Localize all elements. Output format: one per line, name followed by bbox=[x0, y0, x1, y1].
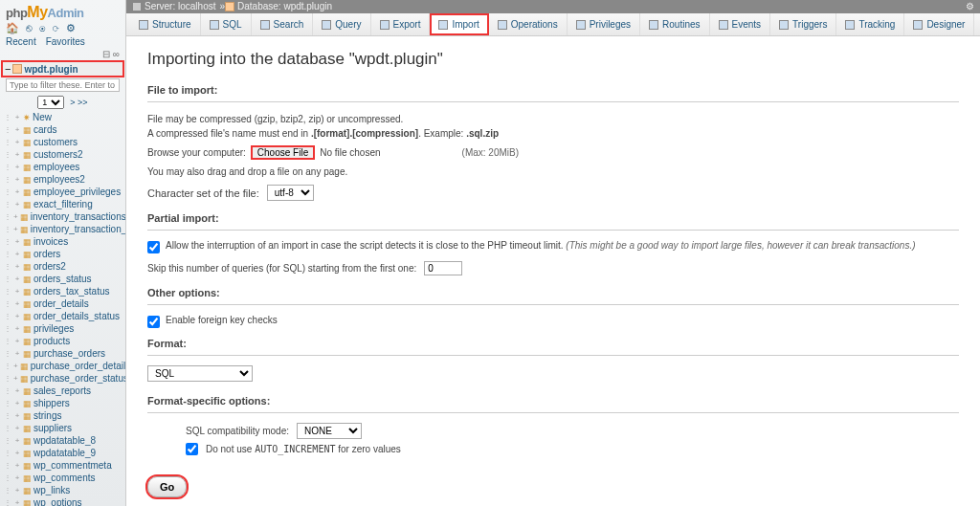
table-row[interactable]: ⋮+▦products bbox=[2, 335, 123, 347]
table-row[interactable]: ⋮+▦employees bbox=[2, 161, 123, 173]
table-row[interactable]: ⋮+▦wpdatatable_9 bbox=[2, 447, 123, 459]
table-row[interactable]: ⋮+▦strings bbox=[2, 409, 123, 422]
table-row[interactable]: ⋮+▦employees2 bbox=[2, 173, 123, 186]
table-row[interactable]: ⋮+▦inventory_transaction_types bbox=[2, 223, 123, 235]
plus-icon[interactable]: + bbox=[13, 175, 21, 184]
charset-select[interactable]: utf-8 bbox=[267, 185, 314, 201]
plus-icon[interactable]: + bbox=[13, 324, 21, 333]
plus-icon[interactable]: + bbox=[13, 399, 21, 407]
plus-icon[interactable]: + bbox=[13, 312, 21, 320]
table-row[interactable]: ⋮+▦wp_commentmeta bbox=[2, 459, 123, 472]
table-row[interactable]: ⋮+▦orders bbox=[2, 248, 123, 260]
plus-icon[interactable]: + bbox=[13, 349, 21, 358]
collapse-icon[interactable]: ⊟ ∞ bbox=[0, 49, 125, 61]
table-row[interactable]: ⋮+✷New bbox=[2, 111, 123, 123]
table-row[interactable]: ⋮+▦order_details bbox=[2, 297, 123, 310]
page-next[interactable]: > >> bbox=[70, 98, 87, 107]
table-row[interactable]: ⋮+▦wp_options bbox=[2, 496, 123, 506]
tab-search[interactable]: Search bbox=[252, 13, 314, 35]
table-row[interactable]: ⋮+▦customers bbox=[2, 136, 123, 148]
tab-export[interactable]: Export bbox=[371, 13, 431, 35]
plus-icon[interactable]: + bbox=[13, 424, 21, 432]
table-row[interactable]: ⋮+▦wpdatatable_8 bbox=[2, 434, 123, 447]
recent-tab[interactable]: Recent bbox=[6, 36, 36, 47]
breadcrumb-server[interactable]: Server: localhost bbox=[132, 0, 215, 13]
breadcrumb-db[interactable]: Database: wpdt.plugin bbox=[225, 0, 332, 13]
allow-interrupt-checkbox[interactable] bbox=[147, 241, 160, 253]
tab-operations[interactable]: Operations bbox=[489, 13, 568, 35]
plus-icon[interactable]: + bbox=[13, 275, 21, 283]
table-row[interactable]: ⋮+▦suppliers bbox=[2, 422, 123, 434]
table-row[interactable]: ⋮+▦wp_comments bbox=[2, 472, 123, 484]
table-row[interactable]: ⋮+▦orders2 bbox=[2, 260, 123, 273]
plus-icon[interactable]: + bbox=[13, 362, 18, 370]
sql-compat-select[interactable]: NONE bbox=[297, 423, 362, 439]
table-row[interactable]: ⋮+▦employee_privileges bbox=[2, 186, 123, 198]
tab-query[interactable]: Query bbox=[313, 13, 370, 35]
plus-icon[interactable]: + bbox=[13, 386, 21, 395]
plus-icon[interactable]: + bbox=[13, 498, 21, 506]
plus-icon[interactable]: + bbox=[13, 150, 21, 159]
format-select[interactable]: SQL bbox=[147, 365, 253, 382]
auto-increment-checkbox[interactable] bbox=[186, 443, 198, 455]
plus-icon[interactable]: + bbox=[13, 187, 21, 196]
table-row[interactable]: ⋮+▦purchase_orders bbox=[2, 347, 123, 360]
plus-icon[interactable]: + bbox=[13, 287, 21, 296]
plus-icon[interactable]: + bbox=[13, 113, 21, 121]
tab-events[interactable]: Events bbox=[710, 13, 771, 35]
plus-icon[interactable]: + bbox=[13, 163, 21, 171]
tab-designer[interactable]: Designer bbox=[904, 13, 974, 35]
table-row[interactable]: ⋮+▦orders_status bbox=[2, 273, 123, 285]
plus-icon[interactable]: + bbox=[13, 250, 21, 258]
plus-icon[interactable]: + bbox=[13, 374, 18, 383]
fk-checks-checkbox[interactable] bbox=[147, 316, 160, 328]
plus-icon[interactable]: + bbox=[13, 461, 21, 470]
tab-structure[interactable]: Structure bbox=[130, 13, 201, 35]
table-row[interactable]: ⋮+▦exact_filtering bbox=[2, 198, 123, 210]
tab-triggers[interactable]: Triggers bbox=[770, 13, 836, 35]
plus-icon[interactable]: + bbox=[13, 449, 21, 457]
plus-icon[interactable]: + bbox=[13, 237, 21, 246]
tab-central-columns[interactable]: Central columns bbox=[974, 13, 980, 35]
home-icons[interactable]: 🏠 ⎋ ◉ ⟳ ⚙ bbox=[0, 21, 125, 36]
tab-tracking[interactable]: Tracking bbox=[836, 13, 904, 35]
gear-icon[interactable]: ⚙ bbox=[966, 0, 974, 13]
plus-icon[interactable]: + bbox=[13, 436, 21, 445]
plus-icon[interactable]: + bbox=[13, 225, 18, 233]
page-select[interactable]: 1 bbox=[37, 96, 64, 109]
plus-icon[interactable]: + bbox=[13, 138, 21, 146]
choose-file-button[interactable]: Choose File bbox=[252, 146, 314, 159]
plus-icon[interactable]: + bbox=[13, 299, 21, 308]
table-row[interactable]: ⋮+▦purchase_order_details bbox=[2, 360, 123, 372]
table-row[interactable]: ⋮+▦sales_reports bbox=[2, 385, 123, 397]
plus-icon[interactable]: + bbox=[13, 473, 21, 482]
favorites-tab[interactable]: Favorites bbox=[46, 36, 85, 47]
table-row[interactable]: ⋮+▦order_details_status bbox=[2, 310, 123, 322]
table-row[interactable]: ⋮+▦invoices bbox=[2, 235, 123, 248]
go-button[interactable]: Go bbox=[147, 476, 187, 497]
tab-routines[interactable]: Routines bbox=[640, 13, 709, 35]
table-row[interactable]: ⋮+▦customers2 bbox=[2, 148, 123, 161]
table-row[interactable]: ⋮+▦inventory_transactions bbox=[2, 210, 123, 223]
plus-icon[interactable]: + bbox=[13, 337, 21, 345]
plus-icon[interactable]: + bbox=[13, 212, 18, 221]
table-row[interactable]: ⋮+▦purchase_order_status bbox=[2, 372, 123, 385]
tab-import[interactable]: Import bbox=[430, 13, 488, 35]
table-row[interactable]: ⋮+▦privileges bbox=[2, 322, 123, 335]
table-row[interactable]: ⋮+▦shippers bbox=[2, 397, 123, 409]
plus-icon[interactable]: + bbox=[13, 411, 21, 420]
table-filter-input[interactable] bbox=[6, 78, 120, 92]
table-row[interactable]: ⋮+▦orders_tax_status bbox=[2, 285, 123, 297]
logo[interactable]: phpMyAdmin bbox=[0, 0, 125, 21]
tab-sql[interactable]: SQL bbox=[201, 13, 252, 35]
plus-icon[interactable]: + bbox=[13, 200, 21, 209]
db-name-row[interactable]: − wpdt.plugin bbox=[2, 61, 123, 77]
minus-icon[interactable]: − bbox=[5, 63, 11, 75]
plus-icon[interactable]: + bbox=[13, 262, 21, 271]
table-row[interactable]: ⋮+▦wp_links bbox=[2, 484, 123, 496]
tab-privileges[interactable]: Privileges bbox=[568, 13, 640, 35]
table-row[interactable]: ⋮+▦cards bbox=[2, 123, 123, 136]
plus-icon[interactable]: + bbox=[13, 125, 21, 134]
plus-icon[interactable]: + bbox=[13, 486, 21, 495]
skip-input[interactable] bbox=[424, 261, 462, 275]
